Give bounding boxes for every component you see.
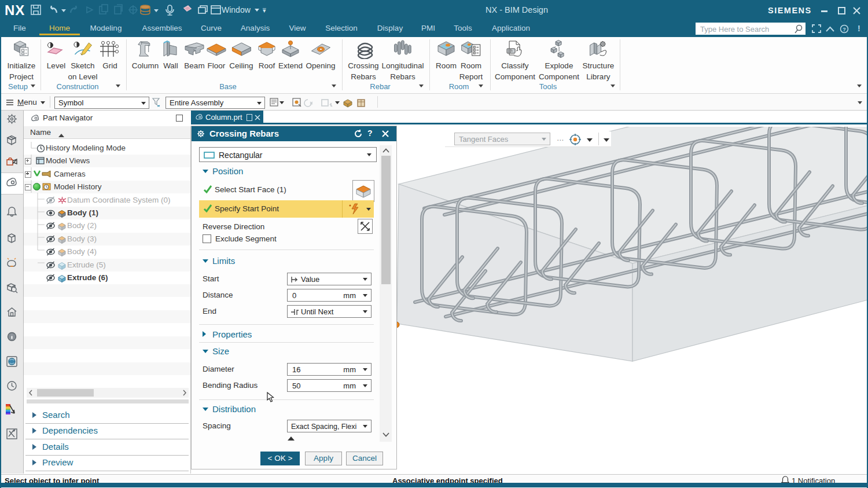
svg-text:?: ? [843,27,846,32]
